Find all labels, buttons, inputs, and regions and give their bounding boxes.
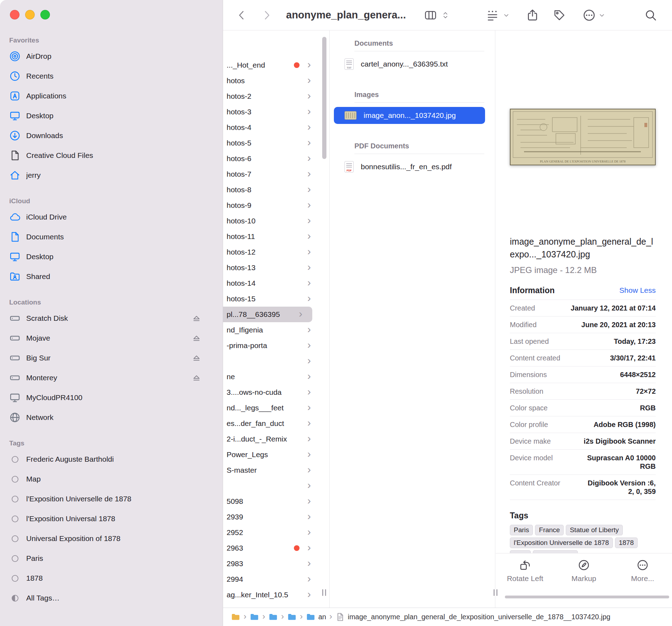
more-actions-button[interactable] [582,8,596,22]
file-row-bonnesutilis-fr-en-es-pdf[interactable]: bonnesutilis..._fr_en_es.pdf [334,158,485,175]
sidebar-item-universal-exposition-of-1878[interactable]: Universal Exposition of 1878 [0,529,223,548]
folder-row-blank[interactable]: › [223,478,321,494]
close-button[interactable] [10,10,19,19]
folder-row-hotos-9[interactable]: hotos-9› [223,198,321,213]
sidebar-item-mojave[interactable]: Mojave [0,328,223,348]
folder-row-hotos-15[interactable]: hotos-15› [223,291,321,307]
column-resize-handle[interactable] [492,589,499,596]
folder-row-hotos-6[interactable]: hotos-6› [223,151,321,166]
path-segment-3[interactable] [287,612,297,622]
folder-row-2952[interactable]: 2952› [223,525,321,540]
more-chevron-down-icon[interactable] [598,12,605,19]
folder-row-hotos[interactable]: hotos› [223,73,321,89]
folder-name: pl...78__636395 [227,310,280,319]
sidebar-section-tags: TagsFrederic Auguste BartholdiMapl'Expos… [0,437,223,608]
sidebar-item-desktop[interactable]: Desktop [0,106,223,126]
sidebar-item-network[interactable]: Network [0,408,223,427]
back-button[interactable] [236,9,248,21]
search-button[interactable] [644,9,657,22]
folder-row-hotos-2[interactable]: hotos-2› [223,89,321,104]
folder-row-blank[interactable]: › [223,353,321,369]
folder-row-hotos-11[interactable]: hotos-11› [223,229,321,244]
folder-row-ag-ker-intel-10-5[interactable]: ag...ker_Intel_10.5› [223,587,321,603]
zoom-button[interactable] [40,10,50,19]
folder-row-prima-porta[interactable]: -prima-porta› [223,338,321,353]
folder-row-ne[interactable]: ne› [223,369,321,385]
sidebar-item-all-tags[interactable]: All Tags… [0,588,223,608]
minimize-button[interactable] [25,10,35,19]
path-segment-an[interactable]: an [306,612,326,622]
folder-row-hotos-8[interactable]: hotos-8› [223,182,321,198]
chevron-right-icon: › [307,386,311,397]
folder-row-hotos-7[interactable]: hotos-7› [223,166,321,182]
folder-row-es-der-fan-duct[interactable]: es...der_fan_duct› [223,416,321,431]
folder-row-nd-ifigenia[interactable]: nd_Ifigenia› [223,322,321,338]
sidebar-item-downloads[interactable]: Downloads [0,126,223,146]
path-segment-image-anonyme-plan-general-de-lexposition-universelle-de-1878-1037420-jpg[interactable]: image_anonyme_plan_general_de_lexpositio… [335,612,610,622]
show-less-link[interactable]: Show Less [619,286,656,295]
folder-row-hotos-13[interactable]: hotos-13› [223,260,321,275]
folder-row-hot-end[interactable]: ..._Hot_end› [223,57,321,73]
view-arrows-icon[interactable] [441,10,450,20]
sidebar-item-documents[interactable]: Documents [0,227,223,247]
path-segment-0[interactable] [231,612,240,622]
file-row-image-anon-1037420-jpg[interactable]: image_anon..._1037420.jpg [334,107,485,124]
horizontal-scrollbar[interactable] [505,596,669,598]
group-chevron-down-icon[interactable] [503,12,510,19]
path-segment-2[interactable] [268,612,278,622]
sidebar-item-monterey[interactable]: Monterey [0,368,223,388]
folder-row-power-legs[interactable]: Power_Legs› [223,447,321,462]
sidebar-item-icloud-drive[interactable]: iCloud Drive [0,207,223,227]
folder-row-nd-legs-feet[interactable]: nd..._legs___feet› [223,400,321,416]
view-columns-button[interactable] [423,9,438,22]
sidebar-item-l-exposition-universelle-de-1878[interactable]: l'Exposition Universelle de 1878 [0,489,223,509]
sidebar-item-mycloudpr4100[interactable]: MyCloudPR4100 [0,388,223,408]
eject-icon[interactable] [192,313,201,323]
folder-row-2963[interactable]: 2963› [223,540,321,556]
folder-row-hotos-5[interactable]: hotos-5› [223,135,321,151]
more-button[interactable]: More... [616,559,669,587]
sidebar-item-scratch-disk[interactable]: Scratch Disk [0,308,223,328]
sidebar-item-l-exposition-universal-1878[interactable]: l'Exposition Universal 1878 [0,509,223,529]
folder-row-hotos-3[interactable]: hotos-3› [223,104,321,120]
folder-row-2994[interactable]: 2994› [223,571,321,587]
folder-name: hotos-13 [227,263,256,272]
folder-row-hotos-10[interactable]: hotos-10› [223,213,321,229]
file-row-cartel-anony-636395-txt[interactable]: cartel_anony..._636395.txt [334,56,485,73]
folder-gold-icon [231,612,240,622]
folder-row-hotos-14[interactable]: hotos-14› [223,275,321,291]
forward-button[interactable] [261,9,273,21]
sidebar-item-creative-cloud-files[interactable]: Creative Cloud Files [0,146,223,165]
folder-row-s-master[interactable]: S-master› [223,462,321,478]
eject-icon[interactable] [192,353,201,363]
rotate-left-button[interactable]: Rotate Left [499,559,552,587]
path-segment-1[interactable] [250,612,259,622]
sidebar-item-jerry[interactable]: jerry [0,165,223,185]
vertical-scrollbar[interactable] [322,37,326,159]
folder-row-pl-78-636395[interactable]: pl...78__636395› [223,307,312,322]
share-button[interactable] [526,8,539,22]
folder-row-hotos-4[interactable]: hotos-4› [223,120,321,135]
sidebar-item-1878[interactable]: 1878 [0,568,223,588]
folder-row-2939[interactable]: 2939› [223,509,321,525]
sidebar-item-big-sur[interactable]: Big Sur [0,348,223,368]
folder-row-2983[interactable]: 2983› [223,556,321,571]
sidebar-item-map[interactable]: Map [0,469,223,489]
sidebar-item-applications[interactable]: Applications [0,86,223,106]
sidebar-item-paris[interactable]: Paris [0,548,223,568]
column-resize-handle[interactable] [320,589,328,596]
eject-icon[interactable] [192,333,201,343]
sidebar-item-frederic-auguste-bartholdi[interactable]: Frederic Auguste Bartholdi [0,449,223,469]
sidebar-item-airdrop[interactable]: AirDrop [0,46,223,66]
tags-button[interactable] [553,9,566,22]
markup-button[interactable]: Markup [557,559,610,587]
group-button[interactable] [486,9,499,22]
eject-icon[interactable] [192,373,201,383]
folder-row-5098[interactable]: 5098› [223,494,321,509]
sidebar-item-recents[interactable]: Recents [0,66,223,86]
folder-row-3-ows-no-cuda[interactable]: 3....ows-no-cuda› [223,385,321,400]
folder-row-hotos-12[interactable]: hotos-12› [223,244,321,260]
sidebar-item-desktop[interactable]: Desktop [0,247,223,267]
sidebar-item-shared[interactable]: Shared [0,267,223,286]
folder-row-2-i-duct-remix[interactable]: 2-i...duct_-_Remix› [223,431,321,447]
